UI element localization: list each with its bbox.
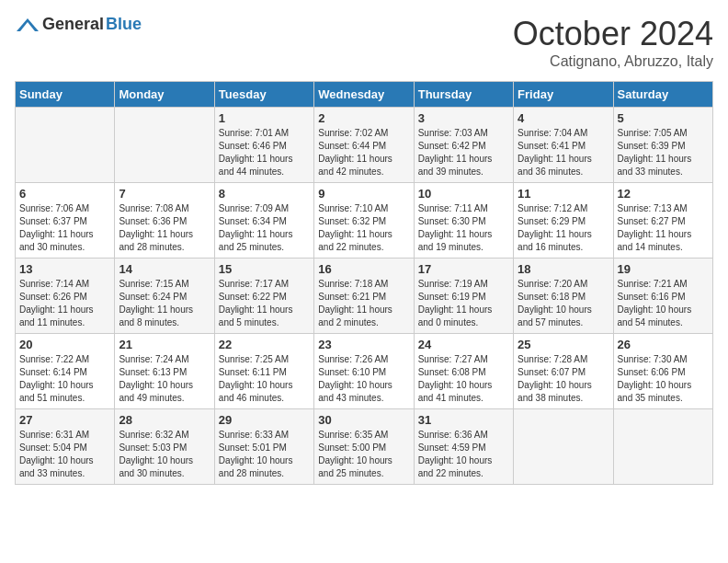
calendar-header-row: SundayMondayTuesdayWednesdayThursdayFrid… [16, 82, 713, 108]
calendar-cell: 23Sunrise: 7:26 AM Sunset: 6:10 PM Dayli… [314, 334, 414, 409]
day-info: Sunrise: 7:08 AM Sunset: 6:36 PM Dayligh… [119, 202, 210, 254]
day-number: 30 [318, 413, 409, 427]
day-number: 22 [219, 338, 310, 351]
day-info: Sunrise: 7:24 AM Sunset: 6:13 PM Dayligh… [119, 353, 210, 405]
calendar-cell [613, 409, 712, 485]
calendar-cell: 17Sunrise: 7:19 AM Sunset: 6:19 PM Dayli… [414, 259, 513, 334]
calendar-cell: 4Sunrise: 7:04 AM Sunset: 6:41 PM Daylig… [514, 108, 613, 183]
day-number: 11 [518, 187, 609, 201]
day-info: Sunrise: 7:22 AM Sunset: 6:14 PM Dayligh… [19, 353, 110, 405]
day-number: 6 [19, 187, 110, 201]
calendar-cell: 14Sunrise: 7:15 AM Sunset: 6:24 PM Dayli… [115, 259, 214, 334]
day-info: Sunrise: 6:31 AM Sunset: 5:04 PM Dayligh… [19, 429, 110, 480]
day-info: Sunrise: 7:17 AM Sunset: 6:22 PM Dayligh… [219, 278, 310, 329]
day-number: 3 [418, 111, 509, 125]
calendar-cell: 27Sunrise: 6:31 AM Sunset: 5:04 PM Dayli… [16, 409, 115, 485]
calendar-cell: 1Sunrise: 7:01 AM Sunset: 6:46 PM Daylig… [214, 108, 313, 183]
day-info: Sunrise: 7:12 AM Sunset: 6:29 PM Dayligh… [518, 202, 609, 254]
title-block: October 2024 Catignano, Abruzzo, Italy [513, 15, 713, 70]
logo: General Blue [15, 15, 142, 34]
calendar-cell: 6Sunrise: 7:06 AM Sunset: 6:37 PM Daylig… [16, 183, 115, 259]
day-info: Sunrise: 7:04 AM Sunset: 6:41 PM Dayligh… [518, 127, 609, 178]
day-info: Sunrise: 7:30 AM Sunset: 6:06 PM Dayligh… [618, 353, 709, 405]
day-number: 17 [418, 262, 509, 276]
calendar-cell [16, 108, 115, 183]
day-info: Sunrise: 7:18 AM Sunset: 6:21 PM Dayligh… [318, 278, 409, 329]
week-row-1: 1Sunrise: 7:01 AM Sunset: 6:46 PM Daylig… [16, 108, 713, 183]
calendar-cell: 31Sunrise: 6:36 AM Sunset: 4:59 PM Dayli… [414, 409, 513, 485]
day-number: 28 [119, 413, 210, 427]
month-title: October 2024 [513, 15, 713, 53]
day-number: 31 [418, 413, 509, 427]
day-info: Sunrise: 7:27 AM Sunset: 6:08 PM Dayligh… [418, 353, 509, 405]
calendar-cell: 15Sunrise: 7:17 AM Sunset: 6:22 PM Dayli… [214, 259, 313, 334]
day-number: 7 [119, 187, 210, 201]
logo-blue-text: Blue [106, 15, 142, 34]
week-row-5: 27Sunrise: 6:31 AM Sunset: 5:04 PM Dayli… [16, 409, 713, 485]
calendar-table: SundayMondayTuesdayWednesdayThursdayFrid… [15, 81, 713, 485]
calendar-cell: 3Sunrise: 7:03 AM Sunset: 6:42 PM Daylig… [414, 108, 513, 183]
day-number: 15 [219, 262, 310, 276]
day-number: 8 [219, 187, 310, 201]
calendar-cell: 20Sunrise: 7:22 AM Sunset: 6:14 PM Dayli… [16, 334, 115, 409]
day-number: 27 [19, 413, 110, 427]
location: Catignano, Abruzzo, Italy [513, 53, 713, 70]
day-info: Sunrise: 7:10 AM Sunset: 6:32 PM Dayligh… [318, 202, 409, 254]
day-number: 21 [119, 338, 210, 351]
day-number: 5 [618, 111, 709, 125]
calendar-cell: 8Sunrise: 7:09 AM Sunset: 6:34 PM Daylig… [214, 183, 313, 259]
day-info: Sunrise: 6:35 AM Sunset: 5:00 PM Dayligh… [318, 429, 409, 480]
day-info: Sunrise: 6:33 AM Sunset: 5:01 PM Dayligh… [219, 429, 310, 480]
calendar-cell: 16Sunrise: 7:18 AM Sunset: 6:21 PM Dayli… [314, 259, 414, 334]
calendar-cell: 25Sunrise: 7:28 AM Sunset: 6:07 PM Dayli… [514, 334, 613, 409]
day-number: 24 [418, 338, 509, 351]
day-info: Sunrise: 7:28 AM Sunset: 6:07 PM Dayligh… [518, 353, 609, 405]
column-header-sunday: Sunday [16, 82, 115, 108]
day-number: 19 [618, 262, 709, 276]
day-number: 14 [119, 262, 210, 276]
day-info: Sunrise: 7:14 AM Sunset: 6:26 PM Dayligh… [19, 278, 110, 329]
day-number: 2 [318, 111, 409, 125]
day-number: 10 [418, 187, 509, 201]
calendar-cell: 7Sunrise: 7:08 AM Sunset: 6:36 PM Daylig… [115, 183, 214, 259]
day-number: 16 [318, 262, 409, 276]
column-header-monday: Monday [115, 82, 214, 108]
day-info: Sunrise: 7:13 AM Sunset: 6:27 PM Dayligh… [618, 202, 709, 254]
day-number: 1 [219, 111, 310, 125]
day-info: Sunrise: 7:15 AM Sunset: 6:24 PM Dayligh… [119, 278, 210, 329]
day-info: Sunrise: 7:11 AM Sunset: 6:30 PM Dayligh… [418, 202, 509, 254]
calendar-cell: 11Sunrise: 7:12 AM Sunset: 6:29 PM Dayli… [514, 183, 613, 259]
column-header-friday: Friday [514, 82, 613, 108]
day-info: Sunrise: 7:25 AM Sunset: 6:11 PM Dayligh… [219, 353, 310, 405]
calendar-cell: 29Sunrise: 6:33 AM Sunset: 5:01 PM Dayli… [214, 409, 313, 485]
day-number: 4 [518, 111, 609, 125]
column-header-wednesday: Wednesday [314, 82, 414, 108]
logo-general-text: General [42, 15, 104, 34]
calendar-cell: 24Sunrise: 7:27 AM Sunset: 6:08 PM Dayli… [414, 334, 513, 409]
calendar-cell: 18Sunrise: 7:20 AM Sunset: 6:18 PM Dayli… [514, 259, 613, 334]
week-row-3: 13Sunrise: 7:14 AM Sunset: 6:26 PM Dayli… [16, 259, 713, 334]
day-info: Sunrise: 6:36 AM Sunset: 4:59 PM Dayligh… [418, 429, 509, 480]
day-info: Sunrise: 7:26 AM Sunset: 6:10 PM Dayligh… [318, 353, 409, 405]
day-number: 18 [518, 262, 609, 276]
column-header-saturday: Saturday [613, 82, 712, 108]
calendar-cell: 9Sunrise: 7:10 AM Sunset: 6:32 PM Daylig… [314, 183, 414, 259]
calendar-cell: 26Sunrise: 7:30 AM Sunset: 6:06 PM Dayli… [613, 334, 712, 409]
logo-icon [15, 17, 40, 33]
day-info: Sunrise: 7:03 AM Sunset: 6:42 PM Dayligh… [418, 127, 509, 178]
day-number: 12 [618, 187, 709, 201]
day-info: Sunrise: 7:01 AM Sunset: 6:46 PM Dayligh… [219, 127, 310, 178]
column-header-tuesday: Tuesday [214, 82, 313, 108]
day-number: 9 [318, 187, 409, 201]
week-row-2: 6Sunrise: 7:06 AM Sunset: 6:37 PM Daylig… [16, 183, 713, 259]
calendar-cell: 5Sunrise: 7:05 AM Sunset: 6:39 PM Daylig… [613, 108, 712, 183]
day-info: Sunrise: 7:02 AM Sunset: 6:44 PM Dayligh… [318, 127, 409, 178]
day-info: Sunrise: 7:20 AM Sunset: 6:18 PM Dayligh… [518, 278, 609, 329]
day-number: 20 [19, 338, 110, 351]
day-number: 23 [318, 338, 409, 351]
calendar-cell: 13Sunrise: 7:14 AM Sunset: 6:26 PM Dayli… [16, 259, 115, 334]
day-info: Sunrise: 7:21 AM Sunset: 6:16 PM Dayligh… [618, 278, 709, 329]
week-row-4: 20Sunrise: 7:22 AM Sunset: 6:14 PM Dayli… [16, 334, 713, 409]
calendar-cell: 2Sunrise: 7:02 AM Sunset: 6:44 PM Daylig… [314, 108, 414, 183]
day-number: 13 [19, 262, 110, 276]
